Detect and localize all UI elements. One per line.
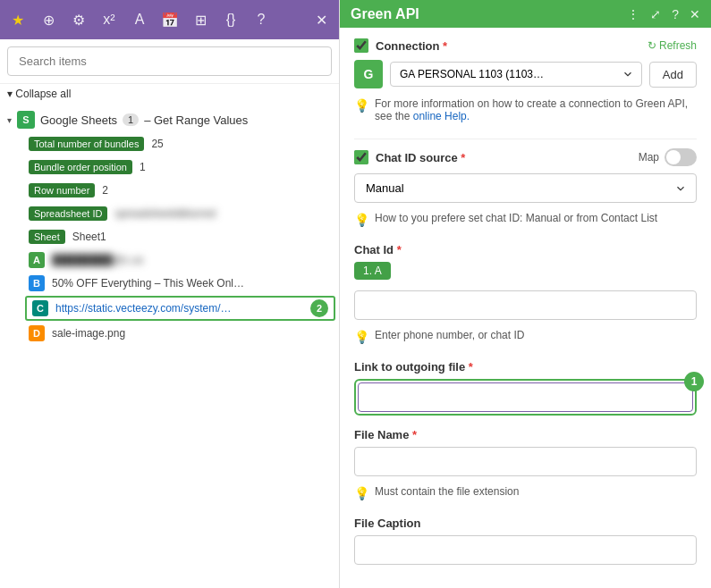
file-name-input[interactable] <box>354 447 697 476</box>
file-caption-label: File Caption <box>354 517 420 530</box>
value-row-number: 2 <box>102 184 108 197</box>
header-help-icon[interactable]: ? <box>672 7 679 21</box>
green-api-header: Green API ⋮ ⤢ ? ✕ <box>340 0 711 28</box>
file-name-label-row: File Name * <box>354 428 697 441</box>
label-bundle-order: Bundle order position <box>29 160 132 174</box>
header-title: Green API <box>351 6 620 22</box>
search-container <box>0 39 339 84</box>
conn-icon: G <box>354 60 383 88</box>
data-row-D: D sale-image.png <box>0 322 339 345</box>
value-sheet: Sheet1 <box>72 231 106 243</box>
link-label: Link to outgoing file * <box>354 360 473 374</box>
letter-B: B <box>29 275 45 291</box>
connection-info-text: For more information on how to create a … <box>375 97 697 122</box>
toolbar: ★ ⊕ ⚙ x² A 📅 ⊞ {} ? ✕ <box>0 0 339 39</box>
connection-section: Connection * ↻ Refresh G GA PERSONAL 110… <box>354 38 697 126</box>
file-caption-input[interactable] <box>354 535 697 565</box>
file-name-info-text: Must contain the file extension <box>375 485 519 498</box>
tree-root-label: Google Sheets <box>40 113 117 127</box>
label-sheet: Sheet <box>29 230 65 244</box>
connection-select[interactable]: GA PERSONAL 1103 (1103… <box>390 62 642 87</box>
connection-row: G GA PERSONAL 1103 (1103… Add <box>354 60 697 88</box>
calendar-icon[interactable]: 📅 <box>159 12 181 29</box>
data-row-spreadsheet-id: Spreadsheet ID spreadsheetidblurred <box>0 202 339 225</box>
file-name-section: File Name * 💡 Must contain the file exte… <box>354 428 697 504</box>
file-name-label: File Name * <box>354 428 417 441</box>
tree-arrow: ▾ <box>7 115 12 125</box>
help-icon[interactable]: ? <box>250 12 272 28</box>
sheets-icon: S <box>17 111 35 129</box>
more-icon[interactable]: ⋮ <box>627 7 639 21</box>
link-input-wrapper: 1 <box>354 379 697 416</box>
data-row-sheet: Sheet Sheet1 <box>0 225 339 248</box>
chat-id-input[interactable] <box>354 290 697 320</box>
map-toggle[interactable] <box>664 148 697 166</box>
connection-label: Connection * <box>376 39 447 53</box>
map-label: Map <box>639 151 659 164</box>
data-row-total: Total number of bundles 25 <box>0 132 339 155</box>
chat-id-info-text: Enter phone number, or chat ID <box>375 329 524 341</box>
data-row-B: B 50% OFF Everything – This Week Only! 🎉… <box>0 272 339 295</box>
letter-D: D <box>29 325 45 341</box>
chat-id-info-icon: 💡 <box>354 330 369 344</box>
divider-1 <box>354 139 697 139</box>
tree-container: ▾ S Google Sheets 1 – Get Range Values T… <box>0 104 339 588</box>
left-panel: ★ ⊕ ⚙ x² A 📅 ⊞ {} ? ✕ ▾ Collapse all ▾ S… <box>0 0 340 588</box>
chat-id-source-label: Chat ID source * <box>376 151 465 164</box>
chat-id-label-row: Chat Id * <box>354 243 697 256</box>
row-C-badge: 2 <box>310 299 328 317</box>
value-C: https://static.vecteezy.com/system/resou… <box>55 302 234 315</box>
connection-info: 💡 For more information on how to create … <box>354 94 697 126</box>
refresh-button[interactable]: ↻ Refresh <box>648 39 697 52</box>
chat-id-source-checkbox[interactable] <box>354 150 368 164</box>
chat-id-source-info-icon: 💡 <box>354 213 369 227</box>
chat-id-label: Chat Id * <box>354 243 402 256</box>
label-spreadsheet-id: Spreadsheet ID <box>29 206 107 221</box>
connection-header: Connection * ↻ Refresh <box>354 38 697 53</box>
letter-A: A <box>29 252 45 268</box>
code-icon[interactable]: {} <box>220 12 241 28</box>
label-row-number: Row number <box>29 183 95 197</box>
link-input[interactable] <box>358 382 693 412</box>
chat-id-source-header: Chat ID source * Map <box>354 148 697 166</box>
chat-id-section: Chat Id * 1. A 💡 Enter phone number, or … <box>354 243 697 348</box>
data-row-bundle-order: Bundle order position 1 <box>0 155 339 179</box>
connection-checkbox[interactable] <box>354 38 368 53</box>
link-to-file-section: Link to outgoing file * 1 <box>354 360 697 416</box>
file-caption-label-row: File Caption <box>354 517 697 530</box>
link-label-row: Link to outgoing file * <box>354 360 697 374</box>
star-icon[interactable]: ★ <box>7 12 29 29</box>
tree-root-item[interactable]: ▾ S Google Sheets 1 – Get Range Values <box>0 107 339 132</box>
close-icon[interactable]: ✕ <box>310 12 332 29</box>
header-icons: ⋮ ⤢ ? ✕ <box>627 7 700 21</box>
label-total-bundles: Total number of bundles <box>29 137 144 151</box>
header-close-icon[interactable]: ✕ <box>690 7 700 21</box>
chat-id-info: 💡 Enter phone number, or chat ID <box>354 325 697 348</box>
value-B: 50% OFF Everything – This Week Only! 🎉 G… <box>52 277 249 290</box>
file-name-info-icon: 💡 <box>354 486 369 500</box>
value-spreadsheet-id: spreadsheetidblurred <box>114 207 216 220</box>
value-D: sale-image.png <box>52 327 125 340</box>
value-bundle-order: 1 <box>140 161 146 173</box>
data-row-A: A ████████@c.us <box>0 248 339 272</box>
value-A: ████████@c.us <box>52 254 143 266</box>
chat-id-source-info: 💡 How to you prefere set chat ID: Manual… <box>354 208 697 231</box>
data-row-C: C https://static.vecteezy.com/system/res… <box>25 296 335 321</box>
expand-icon[interactable]: ⤢ <box>650 7 661 21</box>
tree-badge: 1 <box>123 113 139 126</box>
table-icon[interactable]: ⊞ <box>190 12 211 29</box>
add-icon[interactable]: ⊕ <box>38 12 59 29</box>
panel-content: Connection * ↻ Refresh G GA PERSONAL 110… <box>340 28 711 588</box>
file-name-info: 💡 Must contain the file extension <box>354 482 697 504</box>
manual-select[interactable]: Manual <box>354 173 697 203</box>
chat-id-source-section: Chat ID source * Map Manual 💡 How to you… <box>354 148 697 231</box>
text-icon[interactable]: A <box>129 12 150 28</box>
tree-root-suffix: – Get Range Values <box>144 113 248 127</box>
gear-icon[interactable]: ⚙ <box>68 12 89 29</box>
collapse-all[interactable]: ▾ Collapse all <box>0 84 339 104</box>
online-help-link[interactable]: online Help. <box>413 110 470 122</box>
data-row-row-number: Row number 2 <box>0 179 339 202</box>
add-connection-button[interactable]: Add <box>649 62 697 88</box>
search-input[interactable] <box>7 46 332 76</box>
superscript-icon[interactable]: x² <box>98 12 120 28</box>
